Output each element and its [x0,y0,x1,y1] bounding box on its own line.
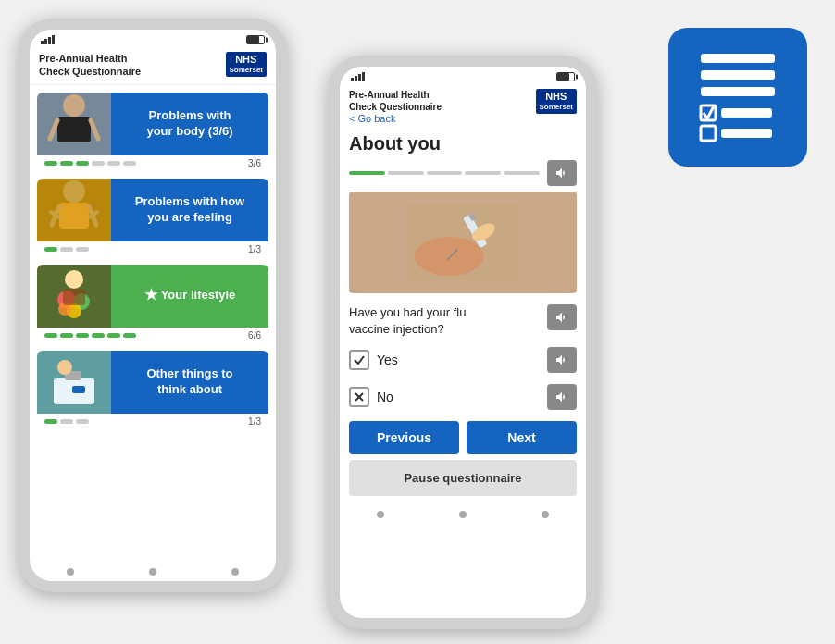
checkbox-yes[interactable] [349,350,369,370]
battery-icon-right [556,72,575,81]
phone-right: Pre-Annual Health Check Questionnaire < … [329,56,597,629]
nhs-logo-right: NHS Somerset [536,89,577,114]
answer-yes-label: Yes [377,353,540,367]
svg-rect-22 [63,289,85,305]
next-button[interactable]: Next [467,421,577,454]
card-label-1: Problems with your body (3/6) [111,93,268,155]
dot-3 [231,568,239,576]
menu-card-body[interactable]: Problems with your body (3/6) 3/6 [37,93,268,171]
card-footer-2: 1/3 [37,242,268,257]
svg-rect-8 [57,117,91,142]
nhs-logo-left: NHS Somerset [226,52,267,77]
svg-rect-1 [701,70,775,80]
phone-left: Pre-Annual Health Check Questionnaire NH… [19,19,287,592]
nhs-header-left: Pre-Annual Health Check Questionnaire NH… [30,44,276,85]
dot-1 [67,568,74,576]
svg-rect-5 [701,126,716,141]
dot-right-1 [377,511,384,518]
menu-card-feeling[interactable]: Problems with how you are feeling 1/3 [37,179,268,257]
svg-rect-6 [721,129,772,138]
svg-point-7 [63,94,85,117]
flu-vaccine-image [349,192,577,293]
card-image-1 [37,93,111,155]
dot-right-3 [542,511,549,518]
card-image-2 [37,179,111,242]
menu-card-other[interactable]: Other things to think about 1/3 [37,351,268,429]
card-footer-3: 6/6 [37,328,268,343]
answer-no-row[interactable]: No [340,378,586,415]
card-footer-1: 3/6 [37,155,268,171]
answer-yes-row[interactable]: Yes [340,341,586,378]
answer-no-label: No [377,390,540,404]
pause-button[interactable]: Pause questionnaire [349,460,577,496]
dot-right-2 [459,511,467,518]
battery-icon [246,35,265,44]
progress-bar-3 [44,333,244,338]
question-text: Have you had your flu vaccine injection? [349,304,540,338]
audio-button-title[interactable] [547,160,577,186]
card-label-2: Problems with how you are feeling [111,179,268,242]
previous-button[interactable]: Previous [349,421,459,454]
checkbox-no[interactable] [349,387,369,407]
nhs-header-right: Pre-Annual Health Check Questionnaire < … [340,81,586,130]
status-bar-left [30,30,276,44]
menu-list: Problems with your body (3/6) 3/6 [30,85,276,563]
app-title-right: Pre-Annual Health Check Questionnaire [349,89,442,113]
scene: Pre-Annual Health Check Questionnaire NH… [0,0,835,644]
progress-bar-1 [44,161,244,166]
svg-rect-26 [72,386,85,393]
phone-bottom-right [340,505,586,524]
svg-rect-12 [59,203,89,229]
progress-bar-4 [44,419,244,424]
svg-line-9 [50,120,57,139]
card-image-4 [37,351,111,414]
questionnaire-icon [692,46,784,148]
svg-rect-4 [721,108,772,118]
svg-line-10 [91,120,98,139]
signal-icon [41,35,55,44]
svg-rect-0 [701,54,775,63]
svg-point-17 [65,270,83,289]
audio-button-question[interactable] [547,304,577,330]
page-title: About you [340,130,586,158]
menu-card-lifestyle[interactable]: ★ Your lifestyle 6/6 [37,265,268,343]
svg-rect-2 [701,87,775,96]
card-label-3: ★ Your lifestyle [111,265,268,328]
questionnaire-icon-box [668,28,807,167]
signal-icon-right [351,72,365,81]
svg-point-11 [63,180,85,203]
card-image-3 [37,265,111,328]
go-back-link[interactable]: < Go back [349,113,442,124]
card-label-4: Other things to think about [111,351,268,414]
audio-progress-row [340,158,586,192]
app-title-left: Pre-Annual Health Check Questionnaire [39,52,141,79]
phone-bottom-left [30,563,276,581]
audio-button-yes[interactable] [547,347,577,373]
status-bar-right [340,67,586,81]
dot-2 [149,568,156,576]
audio-button-no[interactable] [547,384,577,410]
card-footer-4: 1/3 [37,414,268,429]
progress-bar-2 [44,247,244,252]
progress-bar-right [349,171,540,175]
svg-point-28 [415,237,484,276]
svg-point-25 [57,360,72,375]
question-row: Have you had your flu vaccine injection? [340,301,586,341]
nav-buttons: Previous Next [340,415,586,460]
